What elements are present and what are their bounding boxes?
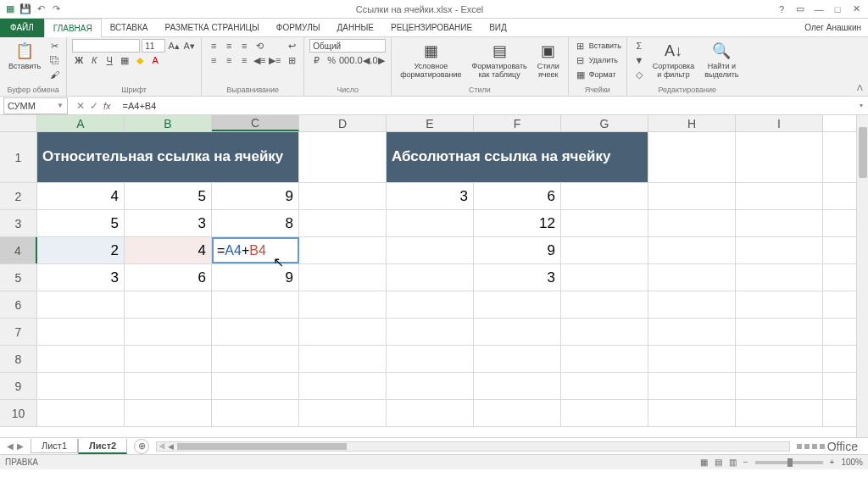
row-header[interactable]: 10 bbox=[0, 400, 37, 426]
cell[interactable]: 9 bbox=[474, 237, 561, 263]
collapse-ribbon-icon[interactable]: ᐱ bbox=[857, 83, 863, 92]
row-header[interactable]: 3 bbox=[0, 210, 37, 236]
cell[interactable] bbox=[648, 183, 736, 209]
cell[interactable]: 6 bbox=[125, 264, 212, 291]
cell-referenced[interactable]: 2 bbox=[37, 237, 125, 263]
expand-formula-icon[interactable]: ▾ bbox=[854, 102, 868, 109]
sheet-tab[interactable]: Лист2 bbox=[78, 439, 127, 454]
cell[interactable]: 8 bbox=[212, 210, 299, 236]
header-cell[interactable]: Абсолютная ссылка на ячейку bbox=[387, 132, 648, 182]
save-icon[interactable]: 💾 bbox=[19, 3, 32, 16]
cell[interactable] bbox=[736, 132, 823, 182]
zoom-in-icon[interactable]: + bbox=[830, 458, 835, 467]
tab-view[interactable]: ВИД bbox=[481, 19, 515, 37]
tab-insert[interactable]: ВСТАВКА bbox=[102, 19, 157, 37]
orientation-icon[interactable]: ⟲ bbox=[253, 39, 266, 53]
tab-pagelayout[interactable]: РАЗМЕТКА СТРАНИЦЫ bbox=[157, 19, 268, 37]
cell[interactable] bbox=[648, 264, 736, 291]
cell[interactable]: 4 bbox=[37, 183, 125, 209]
paste-button[interactable]: 📋 Вставить bbox=[5, 39, 44, 73]
cut-icon[interactable]: ✂ bbox=[47, 39, 61, 53]
sheet-nav-next-icon[interactable]: ▶ bbox=[17, 441, 24, 451]
col-header[interactable]: D bbox=[299, 115, 387, 131]
enter-icon[interactable]: ✓ bbox=[90, 100, 98, 112]
align-bottom-icon[interactable]: ≡ bbox=[237, 39, 251, 53]
cell[interactable] bbox=[561, 183, 648, 209]
font-color-icon[interactable]: A bbox=[148, 53, 162, 67]
wrap-text-icon[interactable]: ↩ bbox=[285, 39, 298, 53]
bold-icon[interactable]: Ж bbox=[72, 53, 86, 67]
cell[interactable] bbox=[387, 237, 474, 263]
format-table-button[interactable]: ▤ Форматировать как таблицу bbox=[468, 39, 530, 81]
align-middle-icon[interactable]: ≡ bbox=[222, 39, 236, 53]
font-family-select[interactable] bbox=[72, 39, 140, 53]
redo-icon[interactable]: ↷ bbox=[49, 3, 63, 16]
row-header[interactable]: 7 bbox=[0, 319, 37, 345]
delete-cells-icon[interactable]: ⊟ bbox=[574, 53, 587, 67]
cell[interactable]: 3 bbox=[125, 210, 212, 236]
tab-home[interactable]: ГЛАВНАЯ bbox=[44, 19, 102, 37]
percent-icon[interactable]: % bbox=[325, 53, 338, 67]
maximize-icon[interactable]: □ bbox=[829, 3, 846, 16]
cell[interactable]: 9 bbox=[212, 183, 299, 209]
row-header[interactable]: 4 bbox=[0, 237, 37, 263]
fx-icon[interactable]: fx bbox=[103, 101, 111, 111]
col-header[interactable]: F bbox=[474, 115, 561, 131]
cell-styles-button[interactable]: ▣ Стили ячеек bbox=[534, 39, 563, 81]
align-left-icon[interactable]: ≡ bbox=[207, 53, 220, 67]
horizontal-scrollbar[interactable]: ⫷◀ bbox=[156, 441, 790, 452]
cell[interactable] bbox=[387, 210, 474, 236]
col-header[interactable]: I bbox=[736, 115, 823, 131]
fill-icon[interactable]: ▼ bbox=[632, 53, 646, 67]
fill-color-icon[interactable]: ◆ bbox=[133, 53, 147, 67]
currency-icon[interactable]: ₽ bbox=[309, 53, 323, 67]
header-cell[interactable]: Относительная ссылка на ячейку bbox=[37, 132, 299, 182]
row-header[interactable]: 5 bbox=[0, 264, 37, 291]
copy-icon[interactable]: ⿻ bbox=[47, 53, 61, 67]
border-icon[interactable]: ▦ bbox=[118, 53, 131, 67]
number-format-select[interactable]: Общий bbox=[309, 39, 386, 53]
vertical-scrollbar[interactable] bbox=[856, 115, 868, 437]
ribbon-options-icon[interactable]: ▭ bbox=[792, 3, 809, 16]
find-select-button[interactable]: 🔍 Найти и выделить bbox=[701, 39, 742, 81]
format-cells-icon[interactable]: ▦ bbox=[574, 68, 587, 81]
col-header[interactable]: A bbox=[37, 115, 125, 131]
cell[interactable] bbox=[387, 264, 474, 291]
spreadsheet-grid[interactable]: A B C D E F G H I 1 Относительная ссылка… bbox=[0, 115, 868, 437]
sheet-nav-prev-icon[interactable]: ◀ bbox=[7, 441, 14, 451]
zoom-level[interactable]: 100% bbox=[841, 458, 863, 467]
formula-input[interactable]: =A4+B4 bbox=[120, 97, 854, 114]
row-header[interactable]: 6 bbox=[0, 291, 37, 318]
row-header[interactable]: 1 bbox=[0, 132, 37, 182]
cancel-icon[interactable]: ✕ bbox=[76, 100, 85, 112]
cell[interactable] bbox=[299, 237, 387, 263]
cell[interactable]: 5 bbox=[125, 183, 212, 209]
col-header[interactable]: B bbox=[125, 115, 212, 131]
align-top-icon[interactable]: ≡ bbox=[207, 39, 220, 53]
decrease-font-icon[interactable]: A▾ bbox=[182, 39, 196, 53]
zoom-out-icon[interactable]: − bbox=[743, 458, 748, 467]
cell[interactable]: 6 bbox=[474, 183, 561, 209]
format-painter-icon[interactable]: 🖌 bbox=[47, 68, 61, 81]
view-pagebreak-icon[interactable]: ▥ bbox=[729, 458, 737, 467]
close-icon[interactable]: ✕ bbox=[848, 3, 865, 16]
cell-editing[interactable]: =A4+B4 ↖ bbox=[212, 237, 299, 263]
increase-decimal-icon[interactable]: .0◀ bbox=[355, 53, 369, 67]
cell[interactable] bbox=[736, 210, 823, 236]
user-name[interactable]: Олег Анашкин bbox=[804, 23, 868, 32]
underline-icon[interactable]: Ч bbox=[103, 53, 116, 67]
cell[interactable] bbox=[299, 264, 387, 291]
indent-inc-icon[interactable]: ▶≡ bbox=[268, 53, 281, 67]
clear-icon[interactable]: ◇ bbox=[632, 68, 646, 81]
col-header[interactable]: E bbox=[387, 115, 474, 131]
merge-icon[interactable]: ⊞ bbox=[285, 53, 298, 67]
cell[interactable] bbox=[648, 237, 736, 263]
cell[interactable]: 9 bbox=[212, 264, 299, 291]
font-size-select[interactable]: 11 bbox=[142, 39, 165, 53]
select-all-corner[interactable] bbox=[0, 115, 37, 131]
help-icon[interactable]: ? bbox=[773, 3, 790, 16]
minimize-icon[interactable]: — bbox=[810, 3, 827, 16]
cell[interactable]: 5 bbox=[37, 210, 125, 236]
cell[interactable] bbox=[561, 237, 648, 263]
tab-review[interactable]: РЕЦЕНЗИРОВАНИЕ bbox=[382, 19, 481, 37]
